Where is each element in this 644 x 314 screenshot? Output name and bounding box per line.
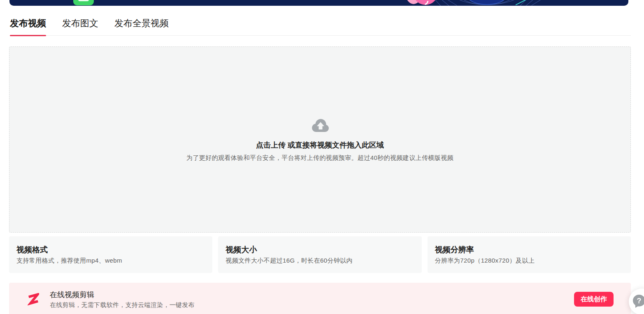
help-button[interactable]: ?: [629, 289, 644, 314]
promo-text-block: 在线视频剪辑 在线剪辑，无需下载软件，支持云端渲染，一键发布: [50, 291, 195, 308]
tab-publish-video[interactable]: 发布视频: [10, 19, 46, 35]
publish-tabs: 发布视频 发布图文 发布全景视频: [10, 19, 631, 36]
info-card-video-format: 视频格式 支持常用格式，推荐使用mp4、webm: [9, 236, 212, 273]
dropzone-title: 点击上传 或直接将视频文件拖入此区域: [256, 141, 384, 149]
banner-ray-line: [525, 0, 534, 6]
card-title: 视频分辨率: [435, 246, 623, 254]
banner-ray-line: [531, 0, 541, 6]
card-description: 支持常用格式，推荐使用mp4、webm: [16, 257, 205, 263]
info-card-video-resolution: 视频分辨率 分辨率为720p（1280x720）及以上: [428, 236, 631, 273]
cloud-upload-icon: [311, 118, 330, 132]
upload-requirements: 视频格式 支持常用格式，推荐使用mp4、webm 视频大小 视频文件大小不超过1…: [9, 236, 631, 273]
banner-ray-line: [440, 0, 449, 6]
tab-label: 发布全景视频: [114, 18, 169, 28]
card-description: 视频文件大小不超过16G，时长在60分钟以内: [226, 257, 414, 263]
active-tab-indicator: [10, 35, 46, 36]
tab-label: 发布图文: [62, 18, 98, 28]
question-bubble-icon: ?: [632, 293, 644, 308]
create-online-button[interactable]: 在线创作: [574, 292, 614, 307]
capcut-promo-banner[interactable]: 在线视频剪辑 在线剪辑，无需下载软件，支持云端渲染，一键发布 在线创作: [9, 283, 631, 314]
promo-top-banner[interactable]: [9, 0, 628, 6]
card-description: 分辨率为720p（1280x720）及以上: [435, 257, 623, 263]
upload-dropzone[interactable]: 点击上传 或直接将视频文件拖入此区域 为了更好的观看体验和平台安全，平台将对上传…: [9, 46, 631, 233]
tab-publish-panoramic-video[interactable]: 发布全景视频: [114, 19, 169, 35]
card-title: 视频大小: [226, 246, 414, 254]
dropzone-subtitle: 为了更好的观看体验和平台安全，平台将对上传的视频预审。超过40秒的视频建议上传横…: [186, 155, 453, 161]
banner-ray-line: [434, 0, 442, 6]
promo-title: 在线视频剪辑: [50, 291, 195, 298]
card-title: 视频格式: [16, 246, 205, 254]
promo-subtitle: 在线剪辑，无需下载软件，支持云端渲染，一键发布: [50, 302, 195, 308]
info-card-video-size: 视频大小 视频文件大小不超过16G，时长在60分钟以内: [218, 236, 421, 273]
tab-label: 发布视频: [10, 18, 46, 28]
question-mark-glyph: ?: [637, 297, 642, 305]
tab-publish-image-text[interactable]: 发布图文: [62, 19, 98, 35]
capcut-logo-icon: [28, 293, 39, 306]
banner-green-app-icon: [73, 0, 94, 5]
